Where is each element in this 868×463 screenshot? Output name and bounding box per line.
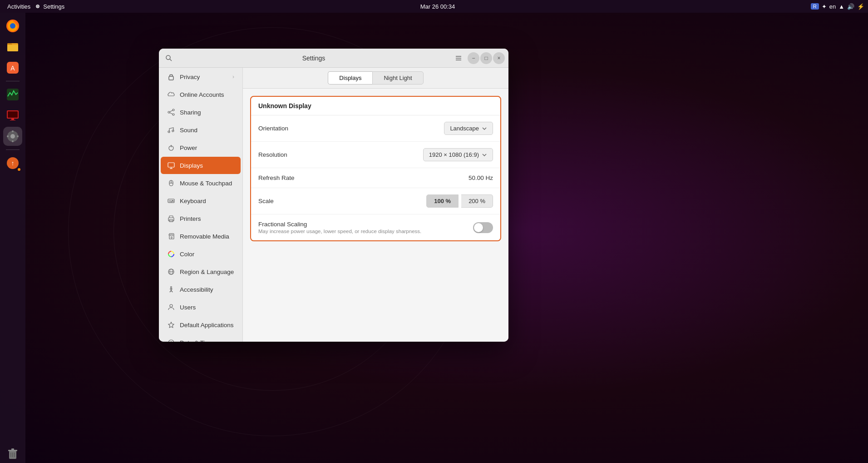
fractional-scaling-toggle[interactable] bbox=[473, 222, 493, 233]
resolution-dropdown[interactable]: 1920 × 1080 (16:9) bbox=[423, 148, 493, 161]
sidebar-label-sharing: Sharing bbox=[180, 109, 201, 116]
main-content: Displays Night Light Unknown Display Ori… bbox=[243, 68, 508, 342]
fractional-scaling-control bbox=[473, 222, 493, 233]
sidebar-label-users: Users bbox=[180, 304, 196, 311]
search-icon bbox=[165, 55, 173, 62]
window-content: Privacy › Online Accounts Sharing Sound bbox=[159, 68, 508, 342]
sidebar-item-removable-media[interactable]: Removable Media bbox=[161, 228, 241, 245]
svg-point-16 bbox=[12, 140, 14, 142]
share-icon bbox=[167, 108, 175, 116]
main-header: Displays Night Light bbox=[243, 68, 508, 89]
dock-item-updater[interactable]: ↑ bbox=[3, 154, 22, 173]
dock-item-files[interactable] bbox=[3, 37, 22, 56]
svg-point-3 bbox=[10, 23, 15, 29]
sidebar-item-keyboard[interactable]: Keyboard bbox=[161, 192, 241, 209]
sidebar-item-sharing[interactable]: Sharing bbox=[161, 104, 241, 121]
minimize-button[interactable]: − bbox=[468, 52, 479, 64]
wifi-icon[interactable]: ▲ bbox=[838, 3, 844, 10]
keyboard-layout[interactable]: en bbox=[829, 3, 836, 10]
sidebar-label-region-language: Region & Language bbox=[180, 269, 234, 275]
dock-item-settings[interactable] bbox=[3, 127, 22, 146]
sidebar-item-users[interactable]: Users bbox=[161, 299, 241, 316]
svg-rect-5 bbox=[7, 45, 18, 51]
dock-item-firefox[interactable] bbox=[3, 16, 22, 35]
window-controls: − □ × bbox=[468, 52, 505, 64]
svg-point-35 bbox=[173, 114, 174, 115]
orientation-row: Orientation Landscape bbox=[251, 115, 500, 142]
chevron-down-icon-2 bbox=[482, 152, 487, 158]
cloud-icon bbox=[167, 90, 175, 99]
resolution-row: Resolution 1920 × 1080 (16:9) bbox=[251, 142, 500, 168]
volume-icon[interactable]: 🔊 bbox=[847, 3, 854, 10]
svg-point-17 bbox=[7, 135, 9, 137]
power-icon bbox=[167, 144, 175, 152]
maximize-button[interactable]: □ bbox=[480, 52, 492, 64]
sidebar-item-region-language[interactable]: Region & Language bbox=[161, 263, 241, 280]
sidebar-label-sound: Sound bbox=[180, 127, 197, 134]
bluetooth-icon: ✦ bbox=[822, 3, 827, 10]
globe-icon bbox=[167, 268, 175, 276]
svg-point-34 bbox=[168, 111, 170, 113]
sidebar-item-mouse-touchpad[interactable]: Mouse & Touchpad bbox=[161, 174, 241, 192]
svg-rect-23 bbox=[11, 448, 14, 450]
topbar-right: R ✦ en ▲ 🔊 ⚡ bbox=[811, 3, 864, 10]
sidebar-item-default-applications[interactable]: Default Applications bbox=[161, 316, 241, 334]
files-icon bbox=[5, 40, 20, 54]
sidebar-item-privacy[interactable]: Privacy › bbox=[161, 68, 241, 85]
dock-item-appcenter[interactable]: A bbox=[3, 58, 22, 77]
dock-item-system-monitor[interactable] bbox=[3, 85, 22, 104]
sidebar-item-accessibility[interactable]: Accessibility bbox=[161, 281, 241, 298]
sidebar-item-printers[interactable]: Printers bbox=[161, 210, 241, 227]
dock-item-vm[interactable] bbox=[3, 106, 22, 125]
sidebar-item-date-time[interactable]: Date & Time bbox=[161, 334, 241, 342]
chevron-down-icon bbox=[482, 126, 487, 131]
sidebar-label-power: Power bbox=[180, 144, 197, 151]
display-card: Unknown Display Orientation Landscape bbox=[250, 96, 501, 241]
search-button[interactable] bbox=[163, 52, 175, 65]
battery-icon: ⚡ bbox=[857, 3, 864, 10]
appcenter-icon: A bbox=[5, 60, 20, 75]
sidebar-label-removable-media: Removable Media bbox=[180, 233, 229, 240]
sidebar-label-mouse-touchpad: Mouse & Touchpad bbox=[180, 180, 232, 187]
scale-200-button[interactable]: 200 % bbox=[461, 194, 493, 208]
main-body: Unknown Display Orientation Landscape bbox=[243, 89, 508, 342]
dock-item-trash[interactable] bbox=[3, 444, 22, 463]
sidebar-item-sound[interactable]: Sound bbox=[161, 121, 241, 139]
sidebar-label-accessibility: Accessibility bbox=[180, 286, 213, 293]
fractional-scaling-label: Fractional Scaling May increase power us… bbox=[258, 221, 473, 234]
sidebar-item-online-accounts[interactable]: Online Accounts bbox=[161, 86, 241, 103]
sidebar-label-online-accounts: Online Accounts bbox=[180, 91, 224, 98]
trash-icon bbox=[5, 446, 20, 461]
sidebar-label-keyboard: Keyboard bbox=[180, 198, 206, 204]
star-icon bbox=[167, 321, 175, 329]
resolution-value: 1920 × 1080 (16:9) bbox=[429, 151, 479, 158]
svg-point-27 bbox=[166, 55, 170, 60]
menu-button[interactable] bbox=[452, 52, 465, 65]
music-icon bbox=[167, 126, 175, 134]
close-button[interactable]: × bbox=[493, 52, 505, 64]
settings-app-icon bbox=[34, 3, 41, 10]
sidebar-item-power[interactable]: Power bbox=[161, 139, 241, 156]
activities-button[interactable]: Activities bbox=[4, 3, 34, 10]
svg-line-69 bbox=[171, 290, 173, 292]
window-title: Settings bbox=[178, 55, 449, 62]
sidebar: Privacy › Online Accounts Sharing Sound bbox=[159, 68, 243, 342]
sidebar-item-displays[interactable]: Displays bbox=[161, 157, 241, 174]
tab-displays[interactable]: Displays bbox=[328, 71, 372, 85]
svg-text:A: A bbox=[10, 65, 15, 72]
menu-icon bbox=[455, 55, 462, 62]
indicator-icon[interactable]: R bbox=[811, 3, 819, 10]
sidebar-item-color[interactable]: Color bbox=[161, 245, 241, 263]
svg-line-28 bbox=[170, 59, 172, 61]
tab-night-light[interactable]: Night Light bbox=[372, 71, 423, 85]
orientation-dropdown[interactable]: Landscape bbox=[444, 122, 493, 135]
svg-point-59 bbox=[171, 237, 173, 239]
svg-rect-32 bbox=[169, 76, 173, 80]
orientation-control: Landscape bbox=[444, 122, 493, 135]
svg-marker-71 bbox=[168, 322, 174, 328]
svg-point-1 bbox=[37, 6, 39, 7]
svg-rect-42 bbox=[168, 163, 174, 167]
refresh-rate-label: Refresh Rate bbox=[258, 174, 469, 181]
scale-100-button[interactable]: 100 % bbox=[426, 194, 459, 208]
lock-icon bbox=[167, 73, 175, 81]
